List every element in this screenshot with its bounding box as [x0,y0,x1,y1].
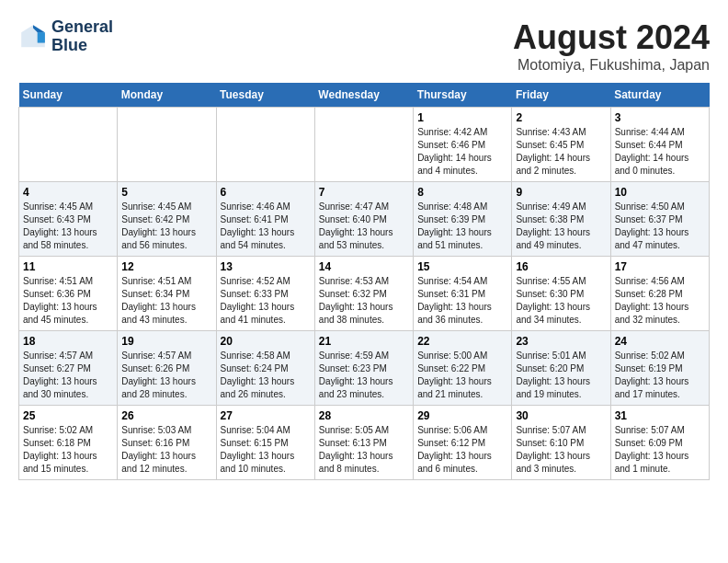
calendar-day-cell: 4Sunrise: 4:45 AM Sunset: 6:43 PM Daylig… [19,182,118,257]
weekday-header-cell: Tuesday [216,83,314,108]
svg-marker-3 [38,32,45,42]
day-number: 2 [516,111,606,124]
calendar-day-cell: 16Sunrise: 4:55 AM Sunset: 6:30 PM Dayli… [512,257,610,331]
day-info: Sunrise: 4:48 AM Sunset: 6:39 PM Dayligh… [417,201,507,252]
subtitle: Motomiya, Fukushima, Japan [513,57,710,74]
day-number: 30 [516,409,606,422]
calendar-day-cell: 23Sunrise: 5:01 AM Sunset: 6:20 PM Dayli… [512,331,610,406]
calendar-day-cell: 22Sunrise: 5:00 AM Sunset: 6:22 PM Dayli… [414,331,512,406]
day-info: Sunrise: 4:57 AM Sunset: 6:26 PM Dayligh… [121,350,211,401]
day-number: 3 [615,111,705,124]
calendar-day-cell: 8Sunrise: 4:48 AM Sunset: 6:39 PM Daylig… [414,182,512,257]
day-info: Sunrise: 4:52 AM Sunset: 6:33 PM Dayligh… [221,275,311,327]
weekday-header-cell: Sunday [19,83,118,108]
day-info: Sunrise: 4:55 AM Sunset: 6:30 PM Dayligh… [516,275,606,327]
calendar-body: 1Sunrise: 4:42 AM Sunset: 6:46 PM Daylig… [19,108,710,480]
day-number: 20 [221,335,311,348]
day-info: Sunrise: 4:58 AM Sunset: 6:24 PM Dayligh… [221,350,311,401]
calendar-day-cell: 21Sunrise: 4:59 AM Sunset: 6:23 PM Dayli… [314,331,413,406]
day-number: 25 [23,409,113,422]
calendar-day-cell: 27Sunrise: 5:04 AM Sunset: 6:15 PM Dayli… [216,406,314,480]
calendar-week-row: 4Sunrise: 4:45 AM Sunset: 6:43 PM Daylig… [19,182,710,257]
logo-text: General Blue [51,18,113,55]
calendar-day-cell: 1Sunrise: 4:42 AM Sunset: 6:46 PM Daylig… [414,108,512,182]
day-info: Sunrise: 5:06 AM Sunset: 6:12 PM Dayligh… [417,424,507,476]
calendar-day-cell: 17Sunrise: 4:56 AM Sunset: 6:28 PM Dayli… [610,257,709,331]
calendar-day-cell: 6Sunrise: 4:46 AM Sunset: 6:41 PM Daylig… [216,182,314,257]
day-info: Sunrise: 4:59 AM Sunset: 6:23 PM Dayligh… [319,350,409,401]
day-info: Sunrise: 5:07 AM Sunset: 6:10 PM Dayligh… [516,424,606,476]
logo-line2: Blue [51,37,113,55]
calendar-day-cell [216,108,314,182]
calendar-day-cell: 15Sunrise: 4:54 AM Sunset: 6:31 PM Dayli… [414,257,512,331]
calendar-day-cell: 2Sunrise: 4:43 AM Sunset: 6:45 PM Daylig… [512,108,610,182]
day-info: Sunrise: 4:50 AM Sunset: 6:37 PM Dayligh… [615,201,705,252]
day-number: 4 [23,186,113,199]
calendar-day-cell: 25Sunrise: 5:02 AM Sunset: 6:18 PM Dayli… [19,406,118,480]
day-number: 17 [615,260,705,273]
day-number: 23 [516,335,606,348]
calendar-day-cell: 20Sunrise: 4:58 AM Sunset: 6:24 PM Dayli… [216,331,314,406]
day-number: 22 [417,335,507,348]
day-info: Sunrise: 4:51 AM Sunset: 6:36 PM Dayligh… [23,275,113,327]
calendar-day-cell: 31Sunrise: 5:07 AM Sunset: 6:09 PM Dayli… [610,406,709,480]
day-info: Sunrise: 5:03 AM Sunset: 6:16 PM Dayligh… [121,424,211,476]
logo-line1: General [51,18,113,37]
day-number: 29 [417,409,507,422]
day-number: 19 [121,335,211,348]
day-info: Sunrise: 4:57 AM Sunset: 6:27 PM Dayligh… [23,350,113,401]
day-number: 15 [417,260,507,273]
calendar-day-cell: 30Sunrise: 5:07 AM Sunset: 6:10 PM Dayli… [512,406,610,480]
day-info: Sunrise: 4:47 AM Sunset: 6:40 PM Dayligh… [319,201,409,252]
calendar-week-row: 25Sunrise: 5:02 AM Sunset: 6:18 PM Dayli… [19,406,710,480]
calendar-day-cell: 19Sunrise: 4:57 AM Sunset: 6:26 PM Dayli… [118,331,216,406]
weekday-header-cell: Saturday [610,83,709,108]
day-info: Sunrise: 4:43 AM Sunset: 6:45 PM Dayligh… [516,126,606,178]
day-info: Sunrise: 4:53 AM Sunset: 6:32 PM Dayligh… [319,275,409,327]
calendar-day-cell: 14Sunrise: 4:53 AM Sunset: 6:32 PM Dayli… [314,257,413,331]
day-info: Sunrise: 4:45 AM Sunset: 6:43 PM Dayligh… [23,201,113,252]
calendar-day-cell: 5Sunrise: 4:45 AM Sunset: 6:42 PM Daylig… [118,182,216,257]
calendar-day-cell: 18Sunrise: 4:57 AM Sunset: 6:27 PM Dayli… [19,331,118,406]
main-title: August 2024 [513,18,710,57]
day-number: 18 [23,335,113,348]
day-number: 9 [516,186,606,199]
day-number: 14 [319,260,409,273]
calendar-day-cell [118,108,216,182]
calendar-day-cell: 7Sunrise: 4:47 AM Sunset: 6:40 PM Daylig… [314,182,413,257]
calendar-table: SundayMondayTuesdayWednesdayThursdayFrid… [18,83,710,480]
day-number: 10 [615,186,705,199]
calendar-week-row: 18Sunrise: 4:57 AM Sunset: 6:27 PM Dayli… [19,331,710,406]
day-number: 12 [121,260,211,273]
calendar-day-cell: 26Sunrise: 5:03 AM Sunset: 6:16 PM Dayli… [118,406,216,480]
header: General Blue August 2024 Motomiya, Fukus… [18,18,710,74]
calendar-day-cell [19,108,118,182]
day-number: 16 [516,260,606,273]
day-number: 28 [319,409,409,422]
weekday-header-cell: Monday [118,83,216,108]
day-number: 13 [221,260,311,273]
calendar-day-cell: 3Sunrise: 4:44 AM Sunset: 6:44 PM Daylig… [610,108,709,182]
day-info: Sunrise: 5:05 AM Sunset: 6:13 PM Dayligh… [319,424,409,476]
day-info: Sunrise: 4:54 AM Sunset: 6:31 PM Dayligh… [417,275,507,327]
calendar-day-cell: 10Sunrise: 4:50 AM Sunset: 6:37 PM Dayli… [610,182,709,257]
day-info: Sunrise: 4:44 AM Sunset: 6:44 PM Dayligh… [615,126,705,178]
day-info: Sunrise: 4:51 AM Sunset: 6:34 PM Dayligh… [121,275,211,327]
weekday-header-cell: Friday [512,83,610,108]
day-number: 27 [221,409,311,422]
day-number: 24 [615,335,705,348]
day-number: 6 [221,186,311,199]
day-number: 21 [319,335,409,348]
calendar-day-cell: 12Sunrise: 4:51 AM Sunset: 6:34 PM Dayli… [118,257,216,331]
calendar-day-cell: 9Sunrise: 4:49 AM Sunset: 6:38 PM Daylig… [512,182,610,257]
calendar-day-cell: 13Sunrise: 4:52 AM Sunset: 6:33 PM Dayli… [216,257,314,331]
day-info: Sunrise: 4:42 AM Sunset: 6:46 PM Dayligh… [417,126,507,178]
day-info: Sunrise: 4:56 AM Sunset: 6:28 PM Dayligh… [615,275,705,327]
day-number: 5 [121,186,211,199]
calendar-day-cell: 11Sunrise: 4:51 AM Sunset: 6:36 PM Dayli… [19,257,118,331]
day-number: 31 [615,409,705,422]
day-info: Sunrise: 5:00 AM Sunset: 6:22 PM Dayligh… [417,350,507,401]
weekday-header-cell: Wednesday [314,83,413,108]
calendar-week-row: 11Sunrise: 4:51 AM Sunset: 6:36 PM Dayli… [19,257,710,331]
day-info: Sunrise: 5:07 AM Sunset: 6:09 PM Dayligh… [615,424,705,476]
